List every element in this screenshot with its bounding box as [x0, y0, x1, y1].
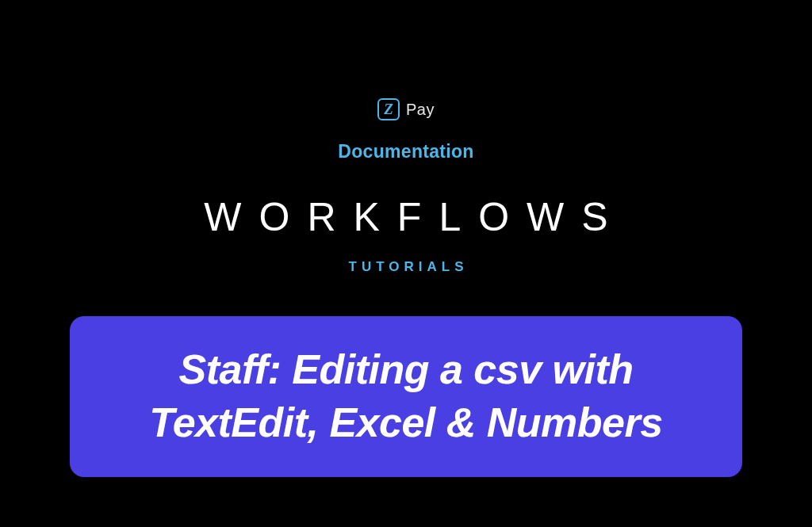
slide: Z Pay Documentation WORKFLOWS TUTORIALS … — [0, 0, 812, 527]
workflows-title: WORKFLOWS — [186, 194, 625, 240]
brand-logo: Z Pay — [377, 98, 435, 120]
documentation-label: Documentation — [338, 141, 473, 162]
tutorials-label: TUTORIALS — [344, 259, 469, 275]
title-line-1: Staff: Editing a csv with — [178, 343, 633, 396]
brand-name: Pay — [406, 101, 435, 119]
z-logo-letter: Z — [384, 101, 393, 116]
z-logo-icon: Z — [377, 98, 400, 120]
title-line-2: TextEdit, Excel & Numbers — [149, 396, 662, 449]
title-banner: Staff: Editing a csv with TextEdit, Exce… — [70, 316, 742, 477]
